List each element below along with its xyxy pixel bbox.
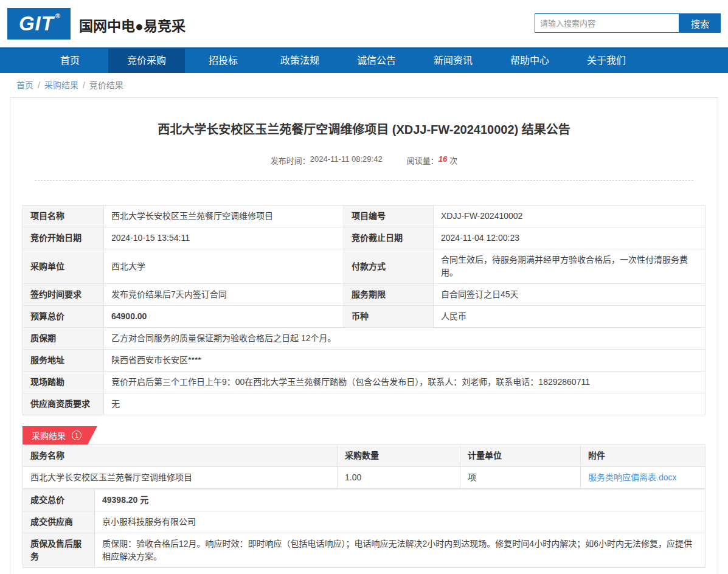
result-col-header: 采购数量 (338, 445, 460, 467)
info-value: 西北大学 (104, 249, 344, 284)
result-col-header: 计量单位 (460, 445, 581, 467)
info-row: 签约时间要求发布竞价结果后7天内签订合同服务期限自合同签订之日45天 (23, 284, 705, 306)
attachment-link[interactable]: 服务类响应偏离表.docx (588, 472, 676, 482)
info-value: 2024-10-15 13:54:11 (104, 227, 344, 249)
info-label: 竞价开始日期 (23, 227, 104, 249)
info-label: 付款方式 (344, 249, 434, 284)
info-label: 现场踏勘 (23, 372, 104, 393)
summary-value: 49398.20 元 (95, 489, 705, 511)
info-value: 合同生效后，待服务期满并经甲方验收合格后，一次性付清服务费用。 (434, 249, 705, 284)
logo-text: GIT (19, 12, 54, 35)
result-badge-label: 采购结果 (32, 429, 66, 441)
result-attachment-cell: 服务类响应偏离表.docx (581, 467, 705, 489)
result-unit: 项 (460, 467, 581, 489)
meta-spacer (383, 154, 407, 166)
nav-item-招投标[interactable]: 招投标 (185, 49, 262, 73)
procurement-result-badge: 采购结果 1 (23, 426, 97, 444)
result-service-name: 西北大学长安校区玉兰苑餐厅空调维修项目 (23, 467, 338, 489)
result-col-header: 服务名称 (23, 445, 338, 467)
result-table: 服务名称采购数量计量单位附件 西北大学长安校区玉兰苑餐厅空调维修项目1.00项服… (23, 444, 705, 489)
breadcrumb-current: 竞价结果 (89, 80, 123, 90)
result-count-circle-icon: 1 (72, 431, 81, 440)
info-value: 西北大学长安校区玉兰苑餐厅空调维修项目 (104, 206, 344, 227)
main-nav: 首页竞价采购招投标政策法规诚信公告新闻资讯帮助中心关于我们 (0, 47, 728, 73)
breadcrumb: 首页/采购结果/竞价结果 (0, 73, 728, 97)
summary-value: 京小服科技服务有限公司 (95, 511, 705, 533)
nav-item-新闻资讯[interactable]: 新闻资讯 (415, 49, 491, 73)
nav-item-竞价采购[interactable]: 竞价采购 (108, 49, 185, 73)
info-value: 64900.00 (104, 306, 344, 328)
search-button[interactable]: 搜索 (679, 13, 721, 33)
nav-item-帮助中心[interactable]: 帮助中心 (491, 49, 568, 73)
project-info-table: 项目名称西北大学长安校区玉兰苑餐厅空调维修项目项目编号XDJJ-FW-20241… (23, 205, 705, 415)
views-label: 阅读量： (407, 154, 439, 166)
announcement-meta: 发布时间： 2024-11-11 08:29:42 阅读量： 16 次 (35, 154, 693, 166)
result-badge-wrap: 采购结果 1 (23, 426, 705, 444)
publish-time-label: 发布时间： (271, 154, 310, 166)
summary-label: 成交供应商 (23, 511, 95, 533)
info-value: 人民币 (434, 306, 705, 328)
info-value: 无 (104, 393, 705, 415)
info-label: 供应商资质要求 (23, 393, 104, 415)
breadcrumb-separator: / (83, 80, 85, 90)
search-input[interactable] (535, 13, 679, 33)
info-value: 陕西省西安市长安区**** (104, 350, 705, 372)
site-logo[interactable]: GIT® (7, 8, 71, 40)
info-label: 竞价截止日期 (344, 227, 434, 249)
info-label: 签约时间要求 (23, 284, 104, 306)
info-row: 供应商资质要求无 (23, 393, 705, 415)
nav-item-关于我们[interactable]: 关于我们 (568, 49, 645, 73)
nav-item-诚信公告[interactable]: 诚信公告 (338, 49, 415, 73)
registered-mark-icon: ® (55, 12, 60, 19)
info-value: 2024-11-04 12:00:23 (434, 227, 705, 249)
views-count: 16 (439, 154, 447, 166)
info-label: 质保期 (23, 328, 104, 350)
info-value: XDJJ-FW-202410002 (434, 206, 705, 227)
nav-item-政策法规[interactable]: 政策法规 (262, 49, 338, 73)
announcement-card: 西北大学长安校区玉兰苑餐厅空调维修项目 (XDJJ-FW-202410002) … (10, 97, 718, 574)
nav-list: 首页竞价采购招投标政策法规诚信公告新闻资讯帮助中心关于我们 (32, 49, 728, 73)
views-unit: 次 (449, 154, 457, 166)
info-value: 发布竞价结果后7天内签订合同 (104, 284, 344, 306)
info-row: 质保期乙方对合同服务的质量保证期为验收合格后之日起 12个月。 (23, 328, 705, 350)
info-row: 服务地址陕西省西安市长安区**** (23, 350, 705, 372)
nav-item-首页[interactable]: 首页 (32, 49, 108, 73)
card-head: 西北大学长安校区玉兰苑餐厅空调维修项目 (XDJJ-FW-202410002) … (10, 98, 718, 181)
info-value: 乙方对合同服务的质量保证期为验收合格后之日起 12个月。 (104, 328, 705, 350)
card-body: 项目名称西北大学长安校区玉兰苑餐厅空调维修项目项目编号XDJJ-FW-20241… (10, 181, 718, 574)
result-summary-table: 成交总价49398.20 元成交供应商京小服科技服务有限公司质保及售后服务质保期… (23, 489, 705, 568)
info-value: 自合同签订之日45天 (434, 284, 705, 306)
breadcrumb-link-采购结果[interactable]: 采购结果 (44, 80, 78, 90)
summary-label: 质保及售后服务 (23, 533, 95, 568)
summary-row: 成交总价49398.20 元 (23, 489, 705, 511)
info-label: 项目名称 (23, 206, 104, 227)
info-label: 币种 (344, 306, 434, 328)
info-row: 现场踏勘竞价开启后第三个工作日上午9：00在西北大学玉兰苑餐厅踏勘（包含公告发布… (23, 372, 705, 393)
result-quantity: 1.00 (338, 467, 460, 489)
summary-value: 质保期：验收合格后12月。响应时效：即时响应（包括电话响应）；电话响应无法解决2… (95, 533, 705, 568)
summary-label: 成交总价 (23, 489, 95, 511)
site-header: GIT® 国网中电●易竞采 搜索 (0, 0, 728, 47)
breadcrumb-link-首页[interactable]: 首页 (16, 80, 33, 90)
result-col-header: 附件 (581, 445, 705, 467)
info-label: 服务期限 (344, 284, 434, 306)
info-value: 竞价开启后第三个工作日上午9：00在西北大学玉兰苑餐厅踏勘（包含公告发布日），联… (104, 372, 705, 393)
search-bar: 搜索 (535, 13, 721, 33)
info-row: 采购单位西北大学付款方式合同生效后，待服务期满并经甲方验收合格后，一次性付清服务… (23, 249, 705, 284)
info-row: 竞价开始日期2024-10-15 13:54:11竞价截止日期2024-11-0… (23, 227, 705, 249)
publish-time-value: 2024-11-11 08:29:42 (310, 154, 383, 166)
info-row: 项目名称西北大学长安校区玉兰苑餐厅空调维修项目项目编号XDJJ-FW-20241… (23, 206, 705, 227)
breadcrumb-separator: / (38, 80, 40, 90)
summary-row: 质保及售后服务质保期：验收合格后12月。响应时效：即时响应（包括电话响应）；电话… (23, 533, 705, 568)
info-label: 采购单位 (23, 249, 104, 284)
summary-row: 成交供应商京小服科技服务有限公司 (23, 511, 705, 533)
info-row: 预算总价64900.00币种人民币 (23, 306, 705, 328)
page-title: 西北大学长安校区玉兰苑餐厅空调维修项目 (XDJJ-FW-202410002) … (35, 121, 693, 139)
result-row: 西北大学长安校区玉兰苑餐厅空调维修项目1.00项服务类响应偏离表.docx (23, 467, 705, 489)
site-title: 国网中电●易竞采 (79, 15, 185, 35)
info-label: 服务地址 (23, 350, 104, 372)
info-label: 项目编号 (344, 206, 434, 227)
info-label: 预算总价 (23, 306, 104, 328)
